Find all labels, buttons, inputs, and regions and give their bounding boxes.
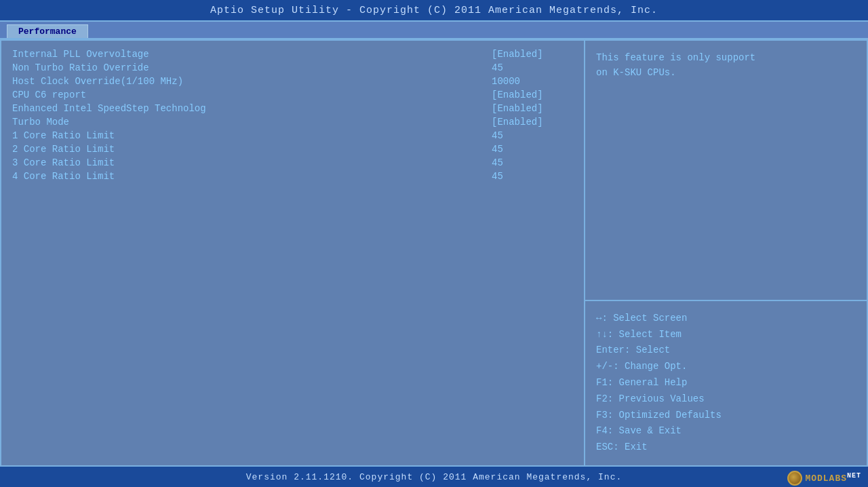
keyhelp-line: F3: Optimized Defaults: [596, 408, 856, 424]
keyhelp-line: ↔: Select Screen: [596, 311, 856, 327]
left-panel: Internal PLL Overvoltage[Enabled]Non Tur…: [1, 41, 585, 465]
menu-item-label: 4 Core Ratio Limit: [12, 171, 115, 182]
menu-item-label: Turbo Mode: [12, 117, 69, 128]
keyhelp-line: Enter: Select: [596, 343, 856, 359]
menu-item-label: 2 Core Ratio Limit: [12, 144, 115, 155]
menu-item-value: [Enabled]: [492, 49, 573, 60]
keyhelp-line: +/-: Change Opt.: [596, 359, 856, 375]
modlabs-logo: MODLABSNET: [787, 471, 861, 486]
menu-item-value: 45: [492, 62, 573, 73]
menu-item-label: Enhanced Intel SpeedStep Technolog: [12, 103, 206, 114]
help-line1: This feature is only support: [596, 52, 755, 63]
key-help-area: ↔: Select Screen↑↓: Select ItemEnter: Se…: [585, 301, 867, 465]
main-content: Internal PLL Overvoltage[Enabled]Non Tur…: [0, 39, 868, 467]
help-line2: on K-SKU CPUs.: [596, 67, 676, 78]
menu-item-label: Internal PLL Overvoltage: [12, 49, 149, 60]
menu-item-value: 45: [492, 144, 573, 155]
tab-row: Performance: [0, 22, 868, 39]
keyhelp-line: F1: General Help: [596, 375, 856, 391]
keyhelp-line: ↑↓: Select Item: [596, 327, 856, 343]
keyhelp-line: ESC: Exit: [596, 440, 856, 456]
menu-item[interactable]: Host Clock Override(1/100 MHz)10000: [12, 75, 573, 88]
menu-item-value: [Enabled]: [492, 103, 573, 114]
menu-item[interactable]: 2 Core Ratio Limit45: [12, 142, 573, 156]
footer-bar: Version 2.11.1210. Copyright (C) 2011 Am…: [0, 467, 868, 487]
menu-item-value: 10000: [492, 76, 573, 87]
menu-item-label: Host Clock Override(1/100 MHz): [12, 76, 183, 87]
header-bar: Aptio Setup Utility - Copyright (C) 2011…: [0, 0, 868, 22]
modlabs-text: MODLABSNET: [805, 472, 861, 484]
menu-item[interactable]: Internal PLL Overvoltage[Enabled]: [12, 47, 573, 61]
menu-item[interactable]: Turbo Mode[Enabled]: [12, 115, 573, 129]
menu-item[interactable]: CPU C6 report[Enabled]: [12, 88, 573, 102]
menu-item[interactable]: 1 Core Ratio Limit45: [12, 129, 573, 142]
menu-item-value: 45: [492, 130, 573, 141]
menu-item-label: Non Turbo Ratio Override: [12, 62, 149, 73]
menu-item[interactable]: Enhanced Intel SpeedStep Technolog[Enabl…: [12, 102, 573, 115]
tab-performance[interactable]: Performance: [7, 24, 88, 38]
menu-item-label: 3 Core Ratio Limit: [12, 157, 115, 168]
menu-item[interactable]: 3 Core Ratio Limit45: [12, 156, 573, 170]
menu-items-container: Internal PLL Overvoltage[Enabled]Non Tur…: [12, 47, 573, 183]
menu-item[interactable]: Non Turbo Ratio Override45: [12, 61, 573, 75]
menu-item-value: 45: [492, 157, 573, 168]
footer-title: Version 2.11.1210. Copyright (C) 2011 Am…: [246, 472, 622, 482]
header-title: Aptio Setup Utility - Copyright (C) 2011…: [210, 5, 658, 16]
menu-item-value: 45: [492, 171, 573, 182]
help-text-area: This feature is only support on K-SKU CP…: [585, 41, 867, 301]
right-panel: This feature is only support on K-SKU CP…: [585, 41, 867, 465]
menu-item-label: 1 Core Ratio Limit: [12, 130, 115, 141]
modlabs-icon: [787, 471, 802, 486]
menu-item-value: [Enabled]: [492, 90, 573, 100]
keyhelp-line: F2: Previous Values: [596, 391, 856, 408]
keyhelp-line: F4: Save & Exit: [596, 423, 856, 440]
menu-item-value: [Enabled]: [492, 117, 573, 128]
menu-item[interactable]: 4 Core Ratio Limit45: [12, 170, 573, 183]
menu-item-label: CPU C6 report: [12, 90, 86, 100]
